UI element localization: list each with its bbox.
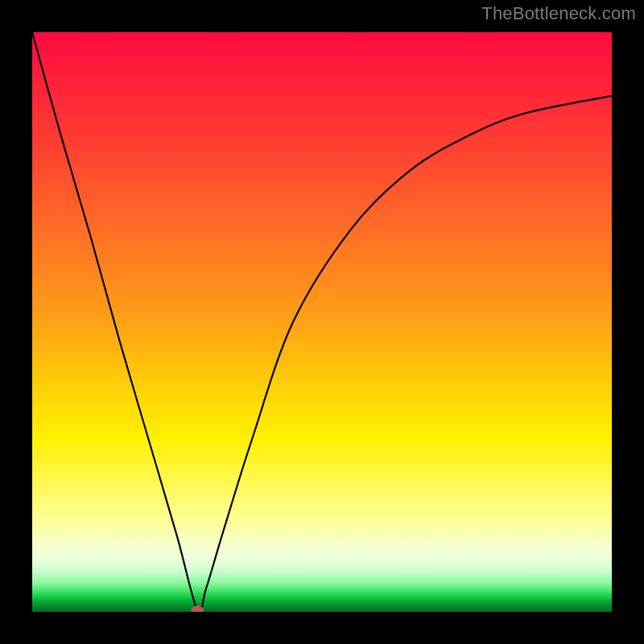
chart-frame: TheBottleneck.com — [0, 0, 644, 644]
watermark-text: TheBottleneck.com — [481, 3, 636, 24]
plot-area — [32, 32, 612, 612]
curve-svg — [32, 32, 612, 612]
bottleneck-curve — [32, 32, 612, 612]
